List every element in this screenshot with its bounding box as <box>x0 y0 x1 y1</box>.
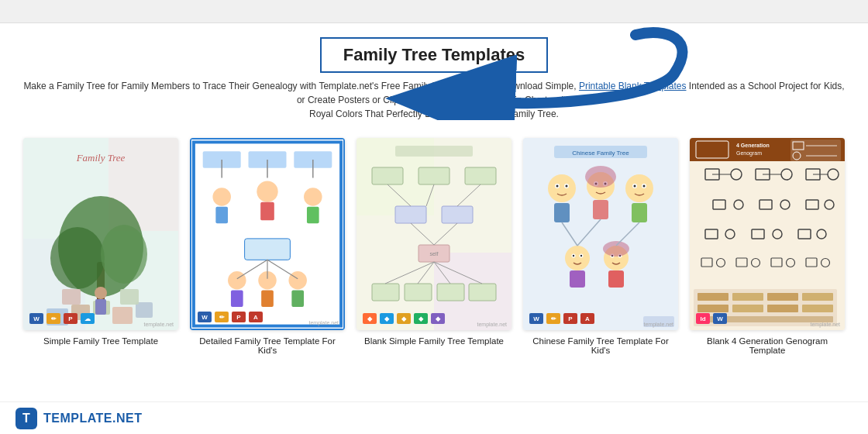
printable-link[interactable]: Printable Blank Templates <box>579 81 687 91</box>
svg-rect-147 <box>802 293 833 301</box>
svg-rect-16 <box>95 299 106 315</box>
svg-point-68 <box>548 174 576 202</box>
svg-text:self: self <box>430 251 439 257</box>
svg-point-32 <box>228 271 246 290</box>
svg-rect-11 <box>112 307 133 324</box>
svg-point-26 <box>304 188 322 206</box>
svg-rect-14 <box>120 289 139 305</box>
svg-point-72 <box>566 185 568 188</box>
svg-rect-149 <box>732 305 763 312</box>
card1-label: Simple Family Tree Template <box>43 336 158 346</box>
logo-icon: T <box>16 408 37 429</box>
card4-edit-badge: ✏ <box>546 313 560 324</box>
template-preview-3[interactable]: self ◆ <box>356 138 512 330</box>
card2-word-badge: W <box>198 312 212 322</box>
svg-point-24 <box>257 181 277 202</box>
svg-rect-99 <box>608 270 624 288</box>
svg-point-87 <box>565 246 590 270</box>
svg-point-81 <box>625 174 653 202</box>
card3-watermark: template.net <box>477 322 507 327</box>
svg-rect-13 <box>62 289 81 305</box>
svg-rect-44 <box>395 146 473 157</box>
card5-badges: Id W <box>696 313 727 324</box>
svg-rect-144 <box>698 293 728 301</box>
template-card-3[interactable]: self ◆ <box>356 138 512 355</box>
card5-word-badge: W <box>713 313 727 324</box>
svg-text:Genogram: Genogram <box>736 150 762 157</box>
card1-badges: W ✏ P ☁ <box>29 313 95 324</box>
card3-b3: ◆ <box>397 313 411 324</box>
svg-rect-45 <box>372 167 403 184</box>
card2-ai-badge: A <box>249 312 263 322</box>
logo-text: TEMPLATE.NET <box>43 412 142 425</box>
svg-text:4 Generation: 4 Generation <box>736 143 770 148</box>
template-preview-4[interactable]: Chinese Family Tree <box>523 138 678 330</box>
template-card-5[interactable]: 4 Generation Genogram <box>690 138 845 355</box>
svg-rect-31 <box>245 239 291 260</box>
cloud-badge: ☁ <box>81 313 95 324</box>
templates-grid: Family Tree <box>0 129 868 355</box>
svg-point-15 <box>95 287 107 299</box>
card4-tree-svg: Chinese Family Tree <box>523 138 678 330</box>
footer-bar: T TEMPLATE.NET <box>0 401 868 434</box>
svg-rect-150 <box>767 305 798 312</box>
svg-rect-145 <box>732 293 763 301</box>
svg-rect-35 <box>261 291 274 308</box>
template-card-4[interactable]: Chinese Family Tree <box>523 138 678 355</box>
card2-label: Detailed Family Tree Template For Kid's <box>190 336 345 355</box>
card2-watermark: template.net <box>308 320 339 326</box>
svg-rect-49 <box>442 206 473 223</box>
svg-rect-47 <box>465 167 496 184</box>
card2-pdf-badge: P <box>232 312 246 322</box>
svg-rect-33 <box>231 291 243 308</box>
svg-point-6 <box>50 227 105 289</box>
svg-point-70 <box>556 185 559 188</box>
svg-rect-146 <box>767 293 798 301</box>
template-preview-5[interactable]: 4 Generation Genogram <box>690 138 845 330</box>
svg-rect-53 <box>405 284 432 301</box>
edit-badge: ✏ <box>46 313 60 324</box>
svg-point-79 <box>585 166 616 188</box>
card4-badges: W ✏ P A <box>529 313 594 324</box>
svg-point-36 <box>288 271 307 290</box>
svg-point-85 <box>643 185 646 188</box>
card2-badges: W ✏ P A <box>198 312 263 322</box>
card2-edit-badge: ✏ <box>215 312 229 322</box>
template-preview-1[interactable]: Family Tree <box>23 138 178 330</box>
svg-rect-37 <box>291 291 304 308</box>
svg-point-89 <box>573 255 574 257</box>
template-card-1[interactable]: Family Tree <box>23 138 178 355</box>
browser-top-bar <box>0 0 868 23</box>
svg-point-22 <box>212 188 231 206</box>
svg-rect-27 <box>307 207 319 224</box>
template-preview-2[interactable]: W ✏ P A template.net <box>190 138 345 330</box>
svg-rect-73 <box>554 203 570 222</box>
page-title: Family Tree Templates <box>320 37 548 73</box>
card2-tree-svg <box>191 138 343 330</box>
page-description: Make a Family Tree for Family Members to… <box>23 79 845 121</box>
svg-rect-52 <box>372 284 399 301</box>
card5-tree-svg: 4 Generation Genogram <box>690 138 845 330</box>
svg-rect-148 <box>698 305 728 312</box>
card3-b5: ◆ <box>431 313 445 324</box>
card4-watermark: template.net <box>643 322 673 327</box>
word-badge: W <box>29 313 43 324</box>
card1-watermark: template.net <box>143 322 174 327</box>
svg-rect-86 <box>632 203 647 222</box>
svg-rect-109 <box>790 140 841 161</box>
svg-rect-80 <box>593 200 608 219</box>
card1-inner-title: Family Tree <box>77 152 126 164</box>
svg-rect-48 <box>395 206 426 223</box>
svg-point-98 <box>603 241 629 257</box>
svg-rect-12 <box>136 302 153 318</box>
svg-text:Chinese Family Tree: Chinese Family Tree <box>572 150 629 157</box>
card4-ai-badge: A <box>580 313 594 324</box>
svg-rect-92 <box>570 270 585 288</box>
svg-rect-55 <box>469 284 496 301</box>
card3-badges: ◆ ◆ ◆ ◆ ◆ <box>363 313 445 324</box>
template-card-2[interactable]: W ✏ P A template.net Detailed Family Tre… <box>190 138 345 355</box>
card4-pdf-badge: P <box>563 313 577 324</box>
card3-label: Blank Simple Family Tree Template <box>364 336 504 346</box>
card3-b1: ◆ <box>363 313 377 324</box>
svg-rect-25 <box>260 202 274 221</box>
